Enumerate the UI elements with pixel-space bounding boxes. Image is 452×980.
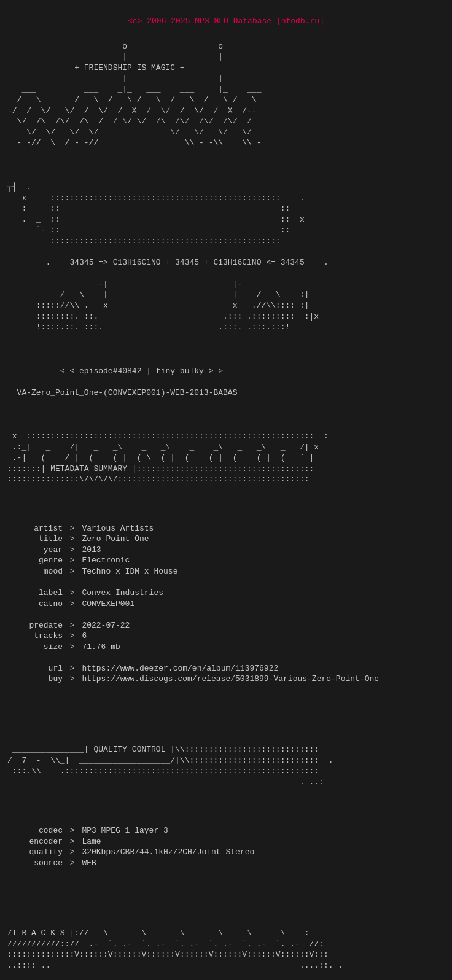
meta-val-catno: CONVEXEP001 <box>82 599 134 610</box>
header-copyright: <c> 2006-2025 MP3 NFO Database [nfodb.ru… <box>7 16 445 27</box>
quality-section: codec > MP3 MPEG 1 layer 3 encoder > Lam… <box>7 815 445 879</box>
formula-text: 34345 => C13H16ClNO + 34345 + C13H16ClNO… <box>69 258 304 267</box>
meta-val-buy: https://www.discogs.com/release/5031899-… <box>82 674 379 685</box>
metadata-catno: catno > CONVEXEP001 <box>7 599 445 610</box>
meta-key-mood: mood <box>7 566 63 577</box>
meta-key-url: url <box>7 663 63 674</box>
meta-key-year: year <box>7 545 63 556</box>
meta-key-title: title <box>7 534 63 545</box>
meta-val-title: Zero Point One <box>82 534 149 545</box>
meta-val-mood: Techno x IDM x House <box>82 566 177 577</box>
meta-key-tracks: tracks <box>7 631 63 642</box>
episode-text: < episode#40842 | tiny bulky > <box>69 367 213 376</box>
quality-source: source > WEB <box>7 858 445 869</box>
meta-key-codec: codec <box>7 825 63 836</box>
meta-val-source: WEB <box>82 858 96 869</box>
meta-val-genre: Electronic <box>82 555 130 566</box>
meta-val-year: 2013 <box>82 545 101 556</box>
meta-val-artist: Various Artists <box>82 523 154 534</box>
metadata-genre: genre > Electronic <box>7 555 445 566</box>
meta-val-codec: MP3 MPEG 1 layer 3 <box>82 825 168 836</box>
meta-key-catno: catno <box>7 599 63 610</box>
meta-key-artist: artist <box>7 523 63 534</box>
meta-val-tracks: 6 <box>82 631 87 642</box>
metadata-predate: predate > 2022-07-22 <box>7 620 445 631</box>
meta-key-size: size <box>7 642 63 653</box>
ascii-art-1: o o | | + FRIENDSHIP IS MAGIC + | | ___ … <box>7 41 445 149</box>
metadata-tracks: tracks > 6 <box>7 631 445 642</box>
metadata-buy: buy > https://www.discogs.com/release/50… <box>7 674 445 685</box>
ascii-art-formula-block: ┬┤ . x :::::::::::::::::::::::::::::::::… <box>7 171 445 332</box>
meta-key-buy: buy <box>7 674 63 685</box>
quality-encoder: encoder > Lame <box>7 836 445 847</box>
metadata-label: label > Convex Industries <box>7 588 445 599</box>
meta-val-quality: 320Kbps/CBR/44.1kHz/2CH/Joint Stereo <box>82 847 254 858</box>
ascii-art-tracks-border: /T R A C K S |:// _\ _ _\ _ _\ _ _\ _ _\… <box>7 906 445 971</box>
metadata-size: size > 71.76 mb <box>7 642 445 653</box>
metadata-url: url > https://www.deezer.com/en/album/11… <box>7 663 445 674</box>
ascii-art-metadata-border: x ::::::::::::::::::::::::::::::::::::::… <box>7 421 445 485</box>
page-container: <c> 2006-2025 MP3 NFO Database [nfodb.ru… <box>0 0 452 980</box>
metadata-mood: mood > Techno x IDM x House <box>7 566 445 577</box>
metadata-artist: artist > Various Artists <box>7 523 445 534</box>
quality-quality: quality > 320Kbps/CBR/44.1kHz/2CH/Joint … <box>7 847 445 858</box>
metadata-section: artist > Various Artists title > Zero Po… <box>7 512 445 695</box>
meta-key-genre: genre <box>7 555 63 566</box>
meta-key-quality: quality <box>7 847 63 858</box>
release-name: VA-Zero_Point_One-(CONVEXEP001)-WEB-2013… <box>17 388 238 397</box>
ascii-art-quality-border: _______________| QUALITY CONTROL |\\::::… <box>7 723 445 787</box>
quality-codec: codec > MP3 MPEG 1 layer 3 <box>7 825 445 836</box>
meta-val-label: Convex Industries <box>82 588 163 599</box>
metadata-year: year > 2013 <box>7 545 445 556</box>
meta-key-encoder: encoder <box>7 836 63 847</box>
meta-key-label: label <box>7 588 63 599</box>
metadata-title: title > Zero Point One <box>7 534 445 545</box>
meta-key-source: source <box>7 858 63 869</box>
ascii-art-episode: < < episode#40842 | tiny bulky > > VA-Ze… <box>7 355 445 398</box>
meta-val-predate: 2022-07-22 <box>82 620 130 631</box>
meta-key-predate: predate <box>7 620 63 631</box>
meta-val-encoder: Lame <box>82 836 101 847</box>
meta-val-size: 71.76 mb <box>82 642 120 653</box>
meta-val-url: https://www.deezer.com/en/album/11397692… <box>82 663 278 674</box>
